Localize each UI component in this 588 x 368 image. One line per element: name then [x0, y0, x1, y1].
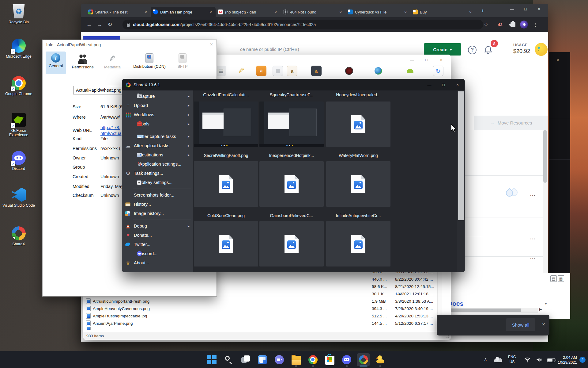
amazon-package-icon[interactable]: [256, 66, 266, 76]
menu-item-after-capture-tasks[interactable]: After capture tasks▸: [122, 132, 193, 141]
field-value-link[interactable]: html/Actua: [100, 131, 122, 136]
table-row[interactable]: AltruisticUnimportantFresh.png1.9 MiB3/8…: [85, 297, 437, 305]
forward-icon[interactable]: →: [94, 21, 105, 28]
menu-item-capture[interactable]: Capture▸: [122, 92, 193, 101]
browser-menu-icon[interactable]: ⋮: [531, 17, 540, 32]
scrollbar-thumb[interactable]: [543, 130, 547, 183]
list-view-icon[interactable]: ▤: [550, 275, 557, 282]
tab-close-icon[interactable]: ×: [143, 10, 148, 14]
dialog-tab-metadata[interactable]: ✎Metadata: [100, 52, 125, 74]
menu-item-about[interactable]: About...: [122, 258, 193, 267]
menu-item-application-settings[interactable]: Application settings...: [122, 159, 193, 169]
menu-item-task-settings[interactable]: Task settings...: [122, 169, 193, 178]
minimize-button[interactable]: —: [422, 79, 436, 90]
notification-center-badge[interactable]: 2: [579, 357, 586, 363]
history-thumbnail[interactable]: [326, 161, 390, 207]
desktop-icon-microsoft-edge[interactable]: ↗Microsoft Edge: [2, 39, 36, 59]
table-row[interactable]: AncientAjarPrime.png144.5 ...5/12/2020 6…: [85, 320, 437, 327]
menu-item-hotkey-settings[interactable]: Hotkey settings...: [122, 178, 193, 187]
grid-view-icon[interactable]: ▦: [558, 275, 564, 282]
menu-item-screenshots-folder[interactable]: Screenshots folder...: [122, 190, 193, 200]
show-all-button[interactable]: Show all: [506, 318, 535, 331]
close-icon[interactable]: ×: [542, 321, 545, 328]
menu-item-donate[interactable]: Donate...: [122, 231, 193, 240]
table-row[interactable]: AmpleHeavenlyCavernous.png394.3 ...7/29/…: [85, 305, 437, 312]
scroll-down-icon[interactable]: ▼: [544, 302, 548, 305]
box-a-icon[interactable]: [287, 66, 297, 76]
grid-scrollbar[interactable]: [457, 90, 465, 272]
row-menu-button[interactable]: ⋯: [527, 192, 538, 199]
menu-item-upload[interactable]: Upload▸: [122, 101, 193, 110]
create-button[interactable]: Create: [424, 43, 461, 56]
usage-widget[interactable]: USAGE $20.92: [513, 43, 530, 55]
desktop-icon-geforce-experience[interactable]: ↗GeForce Experience: [2, 113, 36, 137]
record-icon[interactable]: [344, 66, 354, 76]
close-button[interactable]: ×: [450, 79, 465, 90]
close-icon[interactable]: ×: [556, 57, 560, 63]
android-icon[interactable]: [405, 66, 415, 76]
menu-item-discord[interactable]: Discord...: [122, 249, 193, 258]
dialog-tab-general[interactable]: iGeneral: [46, 52, 66, 74]
language-indicator[interactable]: ENG US: [506, 355, 518, 364]
bookmark-star-icon[interactable]: ☆: [481, 17, 491, 32]
scrollbar-thumb[interactable]: [458, 91, 464, 220]
wifi-icon[interactable]: [524, 357, 530, 364]
desktop-icon-recycle-bin[interactable]: Recycle Bin: [2, 4, 36, 24]
maximize-button[interactable]: □: [436, 79, 450, 90]
sync-icon[interactable]: [433, 66, 443, 76]
menu-item-after-upload-tasks[interactable]: After upload tasks▸: [122, 141, 193, 150]
tab-close-icon[interactable]: ×: [338, 10, 343, 14]
table-row[interactable]: AmpleTrustingImpeccable.jpg512.5 ...4/20…: [85, 312, 437, 320]
history-thumbnail[interactable]: [194, 102, 258, 147]
taskbar-button-task-view[interactable]: [237, 352, 254, 367]
tray-chevron-icon[interactable]: ∧: [484, 357, 487, 362]
tab-close-icon[interactable]: ×: [273, 10, 278, 14]
scroll-right-icon[interactable]: ▶: [539, 307, 542, 311]
menu-item-destinations[interactable]: Destinations▸: [122, 150, 193, 159]
row-menu-button[interactable]: ⋯: [527, 235, 538, 242]
browser-tab-buy[interactable]: Buy×: [410, 7, 475, 17]
taskbar-button-file-explorer[interactable]: [288, 352, 304, 367]
minimize-button[interactable]: —: [407, 56, 417, 64]
history-thumbnail[interactable]: [259, 102, 324, 147]
extensions-puzzle-icon[interactable]: [508, 17, 518, 32]
browser-tab-damian-han-proje[interactable]: Damian Han proje×: [151, 7, 216, 17]
history-thumbnail[interactable]: [259, 221, 324, 266]
history-thumbnail[interactable]: [194, 221, 258, 266]
menu-item-image-history[interactable]: Image history...: [122, 209, 193, 218]
close-button[interactable]: ×: [532, 4, 546, 13]
field-value-link[interactable]: http://178.: [100, 125, 120, 130]
browser-tab-cyberduck-vs-file[interactable]: Cyberduck vs File×: [345, 7, 410, 17]
desktop-icon-sharex[interactable]: ↗ShareX: [2, 226, 36, 246]
menu-item-twitter[interactable]: Twitter...: [122, 240, 193, 249]
tab-close-icon[interactable]: ×: [208, 10, 213, 14]
taskbar-button-chat[interactable]: [271, 352, 288, 367]
horizontal-scrollbar[interactable]: [443, 308, 538, 313]
taskbar-button-widgets[interactable]: [254, 352, 271, 367]
tab-close-icon[interactable]: ×: [468, 10, 473, 14]
scrollbar-thumb[interactable]: [443, 309, 521, 312]
reload-icon[interactable]: ↻: [105, 21, 115, 28]
menu-item-tools[interactable]: Tools▸: [122, 119, 193, 128]
dialog-tab-sftp[interactable]: SFTP: [174, 52, 191, 74]
clock[interactable]: 2:04 AM 10/29/2021: [549, 355, 577, 365]
menu-item-history[interactable]: History...: [122, 200, 193, 209]
globe-icon[interactable]: [373, 66, 383, 76]
taskbar-button-start[interactable]: [203, 352, 220, 367]
minimize-button[interactable]: —: [505, 4, 519, 13]
dialog-tab-distribution-cdn[interactable]: Distribution (CDN): [128, 52, 171, 74]
browser-tab-404-not-found[interactable]: 404 Not Found×: [281, 7, 345, 17]
taskbar-button-search[interactable]: [220, 352, 237, 367]
maximize-button[interactable]: □: [519, 4, 532, 13]
taskbar-button-microsoft-store[interactable]: [321, 352, 338, 367]
taskbar-button-sharex[interactable]: [355, 352, 372, 367]
maximize-button[interactable]: □: [422, 56, 431, 64]
profile-avatar[interactable]: [519, 17, 529, 32]
history-thumbnail[interactable]: [259, 161, 324, 207]
tab-close-icon[interactable]: ×: [403, 10, 408, 14]
close-icon[interactable]: ×: [210, 42, 213, 47]
bookmark-count-badge[interactable]: 43: [495, 17, 505, 32]
history-thumbnail[interactable]: [194, 161, 258, 207]
close-button[interactable]: ×: [437, 56, 446, 64]
browser-tab-sharex-the-best[interactable]: ShareX - The best×: [86, 7, 151, 17]
